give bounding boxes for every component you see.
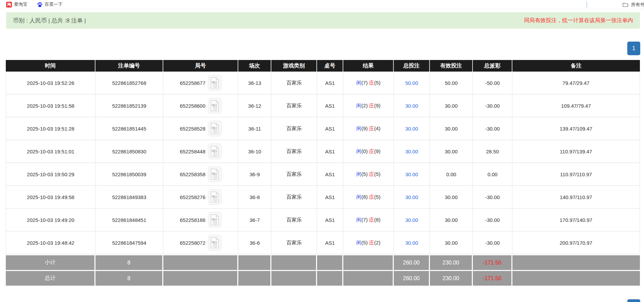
game-no-wrap: 652258072	[163, 235, 238, 251]
result-player-label: 闲	[356, 148, 361, 154]
all-bookmarks[interactable]: 所有书签	[586, 0, 644, 9]
total-bet-link[interactable]: 30.00	[405, 171, 418, 177]
result-player-label: 闲	[356, 194, 361, 200]
total-bet-link[interactable]: 30.00	[405, 149, 418, 154]
video-replay-icon	[210, 168, 219, 180]
summary-empty-cell	[343, 254, 394, 270]
summary-total-bet: 260.00	[394, 270, 430, 286]
game-no-wrap: 652258276	[163, 189, 238, 205]
summary-empty-cell	[238, 270, 271, 286]
video-replay-icon	[210, 146, 219, 157]
video-replay-button[interactable]	[208, 144, 222, 159]
game-type: 百家乐	[271, 117, 317, 140]
table-row: 2025-10-03 19:52:26522861852768652258677…	[6, 72, 640, 94]
total-bet-link[interactable]: 30.00	[405, 194, 418, 200]
table-no: AS1	[317, 163, 343, 186]
column-header: 桌号	[317, 60, 343, 72]
table-no: AS1	[317, 117, 343, 140]
table-no: AS1	[317, 209, 343, 231]
video-replay-button[interactable]	[208, 166, 222, 182]
result-banker-score: (5)	[374, 194, 380, 200]
summary-empty-cell	[317, 254, 343, 270]
valid-bet: 30.00	[430, 209, 473, 231]
column-header: 结果	[343, 60, 394, 72]
game-number: 652258186	[180, 217, 205, 223]
game-type: 百家乐	[271, 140, 317, 163]
payout: 0.00	[473, 163, 512, 186]
bet-id: 522861850830	[95, 140, 163, 163]
game-no-wrap: 652258600	[163, 98, 238, 114]
summary-valid-bet: 230.00	[430, 270, 473, 286]
result-player-label: 闲	[356, 80, 361, 86]
video-replay-icon	[210, 237, 219, 248]
total-bet-link[interactable]: 30.00	[405, 103, 418, 109]
bookmark-baidu[interactable]: 百度一下	[37, 1, 62, 7]
total-bet-cell: 30.00	[394, 163, 430, 186]
bet-time: 2025-10-03 19:52:26	[6, 72, 95, 94]
game-number: 652258276	[180, 194, 205, 200]
payout: -30.00	[473, 231, 512, 254]
table-row: 2025-10-03 19:51:28522861851445652258528…	[6, 117, 640, 140]
valid-bet: 30.00	[430, 140, 473, 163]
summary-empty-cell	[238, 254, 271, 270]
result-banker-label: 庄	[369, 103, 374, 108]
video-replay-button[interactable]	[208, 121, 222, 136]
total-bet-link[interactable]: 30.00	[405, 126, 418, 132]
bet-time: 2025-10-03 19:50:29	[6, 163, 95, 186]
result-cell: 闲(9) 庄(4)	[343, 117, 394, 140]
game-no-cell: 652258528	[163, 117, 238, 140]
game-no-wrap: 652258448	[163, 144, 238, 159]
payout: -30.00	[473, 186, 512, 209]
bet-records-table: 时间注单编号局号场次游戏类别桌号结果总投注有效投注总派彩备注 2025-10-0…	[6, 60, 640, 286]
bookmark-label: 爱淘宝	[14, 1, 27, 7]
summary-empty-cell	[163, 254, 238, 270]
game-number: 652258358	[180, 171, 205, 177]
bet-time: 2025-10-03 19:49:58	[6, 186, 95, 209]
video-replay-button[interactable]	[208, 189, 222, 205]
total-bet-link[interactable]: 30.00	[405, 240, 418, 246]
column-header: 局号	[163, 60, 238, 72]
table-body: 2025-10-03 19:52:26522861852768652258677…	[6, 72, 640, 254]
bookmark-taobao[interactable]: 淘 爱淘宝	[6, 1, 27, 7]
bet-id: 522861852139	[95, 94, 163, 117]
result-player-label: 闲	[356, 217, 361, 223]
total-bet-cell: 30.00	[394, 94, 430, 117]
video-replay-button[interactable]	[208, 75, 222, 91]
info-banner: 币别 : 人民币 | 总共 :8 注单 | 同局有效投注，统一计算在该局第一张注…	[6, 12, 640, 29]
bet-id: 522861852768	[95, 72, 163, 94]
table-no: AS1	[317, 72, 343, 94]
game-no-cell: 652258677	[163, 72, 238, 94]
baidu-icon	[37, 2, 43, 7]
table-header-row: 时间注单编号局号场次游戏类别桌号结果总投注有效投注总派彩备注	[6, 60, 640, 72]
video-replay-button[interactable]	[208, 212, 222, 228]
table-no: AS1	[317, 186, 343, 209]
table-row: 2025-10-03 19:50:29522861850039652258358…	[6, 163, 640, 186]
video-replay-button[interactable]	[208, 235, 222, 251]
bet-time: 2025-10-03 19:51:28	[6, 117, 95, 140]
total-row: 总计8 260.00230.00-171.50	[6, 270, 640, 286]
total-bet-cell: 30.00	[394, 117, 430, 140]
payout: -30.00	[473, 94, 512, 117]
pagination-page-button[interactable]: 1	[627, 42, 640, 55]
bet-id: 522861850039	[95, 163, 163, 186]
session-no: 36-6	[238, 231, 271, 254]
game-number: 652258448	[180, 149, 205, 154]
folder-icon	[623, 2, 628, 7]
game-no-wrap: 652258186	[163, 212, 238, 228]
game-type: 百家乐	[271, 186, 317, 209]
summary-empty-cell	[271, 270, 317, 286]
session-no: 36-13	[238, 72, 271, 94]
bet-time: 2025-10-03 19:48:42	[6, 231, 95, 254]
pagination-page-button-bottom[interactable]: 1	[627, 299, 640, 302]
result-banker-score: (4)	[374, 125, 380, 131]
video-replay-icon	[210, 100, 219, 111]
video-replay-button[interactable]	[208, 98, 222, 114]
game-no-cell: 652258358	[163, 163, 238, 186]
remark: 170.97/140.97	[512, 209, 640, 231]
summary-label: 小计	[6, 254, 95, 270]
total-bet-link[interactable]: 30.00	[405, 217, 418, 223]
remark: 79.47/29.47	[512, 72, 640, 94]
result-player-score: (2)	[361, 103, 369, 108]
total-bet-link[interactable]: 50.00	[405, 80, 418, 86]
result-cell: 闲(5) 庄(2)	[343, 231, 394, 254]
